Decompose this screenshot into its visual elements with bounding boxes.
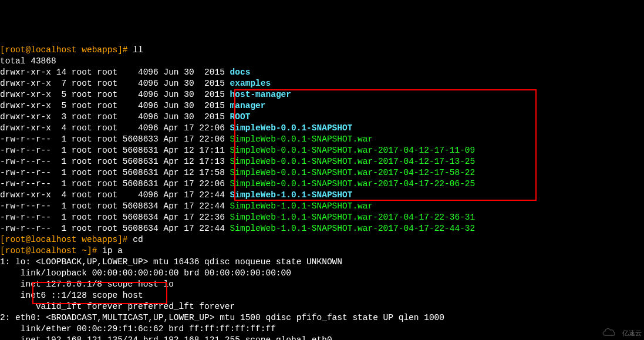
- terminal-text: drwxr-xr-x 4 root root 4096 Apr 17 22:44: [0, 190, 230, 200]
- watermark-text: 亿速云: [622, 328, 642, 339]
- terminal-text: SimpleWeb-0.0.1-SNAPSHOT: [230, 123, 353, 133]
- terminal-line: [root@localhost webapps]# cd: [0, 234, 644, 245]
- terminal-line: 2: eth0: <BROADCAST,MULTICAST,UP,LOWER_U…: [0, 312, 644, 324]
- terminal-line: link/loopback 00:00:00:00:00:00 brd 00:0…: [0, 268, 644, 279]
- terminal-line: -rw-r--r-- 1 root root 5608634 Apr 17 22…: [0, 212, 644, 223]
- terminal-text: SimpleWeb-0.0.1-SNAPSHOT.war-2017-04-17-…: [230, 179, 476, 188]
- cloud-icon: [599, 327, 620, 339]
- terminal-text: ip a: [102, 246, 123, 255]
- terminal-text: manager: [230, 101, 266, 110]
- terminal-text: SimpleWeb-0.0.1-SNAPSHOT.war-2017-04-12-…: [230, 168, 476, 177]
- terminal-text: docs: [230, 68, 251, 77]
- terminal-text: SimpleWeb-1.0.1-SNAPSHOT.war-2017-04-17-…: [230, 224, 476, 233]
- terminal-text: -rw-r--r-- 1 root root 5608631 Apr 17 22…: [0, 179, 230, 188]
- terminal-line: 1: lo: <LOOPBACK,UP,LOWER_UP> mtu 16436 …: [0, 257, 644, 268]
- terminal-text: -rw-r--r-- 1 root root 5608631 Apr 12 17…: [0, 168, 230, 177]
- terminal-output[interactable]: [root@localhost webapps]# lltotal 43868d…: [0, 45, 644, 340]
- terminal-line: drwxr-xr-x 7 root root 4096 Jun 30 2015 …: [0, 78, 644, 89]
- terminal-line: [root@localhost webapps]# ll: [0, 45, 644, 56]
- terminal-line: -rw-r--r-- 1 root root 5608631 Apr 17 22…: [0, 179, 644, 190]
- terminal-line: inet 192.168.121.135/24 brd 192.168.121.…: [0, 335, 644, 340]
- terminal-line: -rw-r--r-- 1 root root 5608634 Apr 17 22…: [0, 201, 644, 212]
- terminal-text: examples: [230, 79, 271, 88]
- terminal-text: -rw-r--r-- 1 root root 5608634 Apr 17 22…: [0, 201, 230, 211]
- terminal-text: [root@localhost webapps]#: [0, 235, 133, 244]
- terminal-text: drwxr-xr-x 14 root root 4096 Jun 30 2015: [0, 68, 230, 77]
- terminal-text: drwxr-xr-x 5 root root 4096 Jun 30 2015: [0, 101, 230, 110]
- terminal-text: [root@localhost webapps]#: [0, 45, 133, 55]
- terminal-text: drwxr-xr-x 4 root root 4096 Apr 17 22:06: [0, 123, 230, 133]
- terminal-text: [root@localhost ~]#: [0, 246, 102, 255]
- terminal-text: drwxr-xr-x 3 root root 4096 Jun 30 2015: [0, 112, 230, 122]
- terminal-line: -rw-r--r-- 1 root root 5608631 Apr 12 17…: [0, 156, 644, 167]
- terminal-text: host-manager: [230, 90, 291, 99]
- terminal-line: inet6 ::1/128 scope host: [0, 290, 644, 301]
- terminal-text: SimpleWeb-1.0.1-SNAPSHOT.war: [230, 201, 373, 211]
- terminal-text: SimpleWeb-0.0.1-SNAPSHOT.war: [230, 134, 373, 144]
- terminal-line: -rw-r--r-- 1 root root 5608631 Apr 12 17…: [0, 167, 644, 179]
- terminal-text: link/loopback 00:00:00:00:00:00 brd 00:0…: [0, 268, 291, 278]
- terminal-text: 1: lo: <LOOPBACK,UP,LOWER_UP> mtu 16436 …: [0, 257, 348, 267]
- terminal-text: -rw-r--r-- 1 root root 5608634 Apr 17 22…: [0, 224, 230, 233]
- terminal-text: valid_lft forever preferred_lft forever: [0, 302, 235, 311]
- terminal-line: inet 127.0.0.1/8 scope host lo: [0, 279, 644, 290]
- terminal-text: -rw-r--r-- 1 root root 5608631 Apr 12 17…: [0, 157, 230, 166]
- terminal-line: total 43868: [0, 56, 644, 67]
- terminal-line: drwxr-xr-x 14 root root 4096 Jun 30 2015…: [0, 67, 644, 78]
- terminal-line: drwxr-xr-x 4 root root 4096 Apr 17 22:06…: [0, 123, 644, 134]
- terminal-text: SimpleWeb-1.0.1-SNAPSHOT: [230, 190, 353, 200]
- watermark: 亿速云: [599, 327, 642, 339]
- terminal-text: SimpleWeb-0.0.1-SNAPSHOT.war-2017-04-12-…: [230, 157, 476, 166]
- terminal-line: [root@localhost ~]# ip a: [0, 245, 644, 257]
- terminal-text: drwxr-xr-x 5 root root 4096 Jun 30 2015: [0, 90, 230, 99]
- terminal-line: -rw-r--r-- 1 root root 5608633 Apr 17 22…: [0, 134, 644, 145]
- terminal-text: inet6 ::1/128 scope host: [0, 291, 148, 300]
- terminal-line: -rw-r--r-- 1 root root 5608631 Apr 12 17…: [0, 145, 644, 156]
- terminal-text: ROOT: [230, 112, 251, 122]
- terminal-line: drwxr-xr-x 5 root root 4096 Jun 30 2015 …: [0, 100, 644, 112]
- terminal-text: SimpleWeb-0.0.1-SNAPSHOT.war-2017-04-12-…: [230, 146, 476, 155]
- terminal-text: cd: [133, 235, 143, 244]
- terminal-text: drwxr-xr-x 7 root root 4096 Jun 30 2015: [0, 79, 230, 88]
- terminal-line: valid_lft forever preferred_lft forever: [0, 301, 644, 312]
- terminal-text: SimpleWeb-1.0.1-SNAPSHOT.war-2017-04-17-…: [230, 213, 476, 222]
- terminal-text: link/ether 00:0c:29:f1:6c:62 brd ff:ff:f…: [0, 324, 276, 334]
- terminal-text: 2: eth0: <BROADCAST,MULTICAST,UP,LOWER_U…: [0, 313, 444, 322]
- terminal-line: drwxr-xr-x 5 root root 4096 Jun 30 2015 …: [0, 89, 644, 100]
- terminal-line: drwxr-xr-x 3 root root 4096 Jun 30 2015 …: [0, 112, 644, 123]
- terminal-text: inet 192.168.121.135/24 brd 192.168.121.…: [0, 335, 332, 340]
- terminal-line: drwxr-xr-x 4 root root 4096 Apr 17 22:44…: [0, 190, 644, 201]
- terminal-text: -rw-r--r-- 1 root root 5608633 Apr 17 22…: [0, 134, 230, 144]
- terminal-line: link/ether 00:0c:29:f1:6c:62 brd ff:ff:f…: [0, 324, 644, 335]
- terminal-text: total 43868: [0, 56, 56, 66]
- terminal-text: -rw-r--r-- 1 root root 5608634 Apr 17 22…: [0, 213, 230, 222]
- terminal-text: ll: [133, 45, 143, 55]
- terminal-text: inet 127.0.0.1/8 scope host lo: [0, 280, 174, 289]
- terminal-text: -rw-r--r-- 1 root root 5608631 Apr 12 17…: [0, 146, 230, 155]
- terminal-line: -rw-r--r-- 1 root root 5608634 Apr 17 22…: [0, 223, 644, 234]
